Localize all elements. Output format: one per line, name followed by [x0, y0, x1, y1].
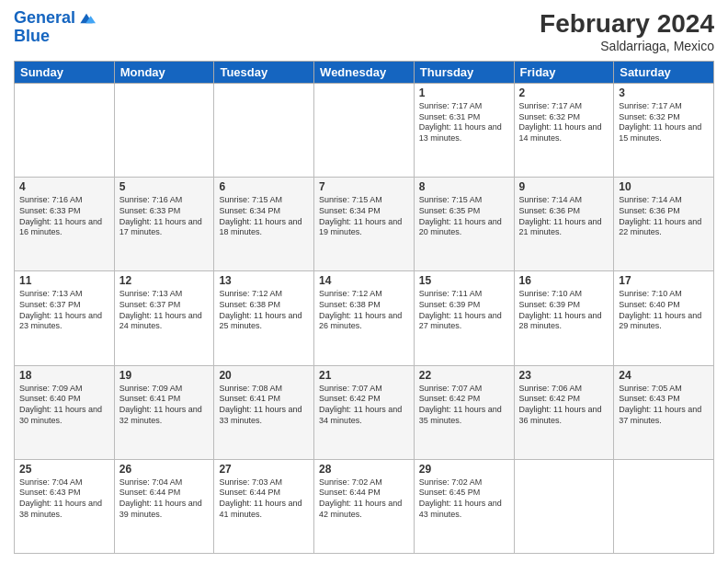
- table-row: 23Sunrise: 7:06 AM Sunset: 6:42 PM Dayli…: [514, 365, 614, 459]
- day-number: 9: [519, 180, 609, 193]
- cell-info: Sunrise: 7:15 AM Sunset: 6:34 PM Dayligh…: [319, 195, 409, 238]
- week-row-1: 4Sunrise: 7:16 AM Sunset: 6:33 PM Daylig…: [15, 178, 714, 271]
- cell-info: Sunrise: 7:16 AM Sunset: 6:33 PM Dayligh…: [19, 195, 109, 238]
- table-row: 29Sunrise: 7:02 AM Sunset: 6:45 PM Dayli…: [414, 459, 514, 553]
- day-number: 29: [419, 463, 509, 476]
- day-number: 2: [519, 86, 609, 99]
- table-row: [614, 459, 714, 553]
- cell-info: Sunrise: 7:10 AM Sunset: 6:40 PM Dayligh…: [619, 289, 709, 332]
- title-block: February 2024 Saldarriaga, Mexico: [540, 9, 714, 53]
- table-row: 1Sunrise: 7:17 AM Sunset: 6:31 PM Daylig…: [414, 84, 514, 178]
- cell-info: Sunrise: 7:03 AM Sunset: 6:44 PM Dayligh…: [219, 477, 309, 521]
- day-number: 10: [619, 180, 709, 193]
- table-row: 17Sunrise: 7:10 AM Sunset: 6:40 PM Dayli…: [614, 271, 714, 365]
- day-number: 4: [19, 180, 109, 193]
- table-row: 26Sunrise: 7:04 AM Sunset: 6:44 PM Dayli…: [114, 459, 214, 553]
- day-number: 15: [419, 274, 509, 287]
- table-row: 27Sunrise: 7:03 AM Sunset: 6:44 PM Dayli…: [214, 459, 314, 553]
- day-number: 23: [519, 369, 609, 382]
- cell-info: Sunrise: 7:02 AM Sunset: 6:45 PM Dayligh…: [419, 477, 509, 521]
- col-wednesday: Wednesday: [314, 62, 415, 84]
- cell-info: Sunrise: 7:12 AM Sunset: 6:38 PM Dayligh…: [219, 289, 309, 332]
- day-number: 5: [119, 180, 210, 193]
- cell-info: Sunrise: 7:04 AM Sunset: 6:43 PM Dayligh…: [19, 477, 109, 521]
- cell-info: Sunrise: 7:11 AM Sunset: 6:39 PM Dayligh…: [419, 289, 509, 332]
- table-row: [114, 84, 214, 178]
- day-number: 11: [19, 274, 109, 287]
- day-number: 27: [219, 463, 309, 476]
- col-tuesday: Tuesday: [214, 62, 314, 84]
- day-number: 3: [619, 86, 709, 99]
- logo: General Blue: [14, 9, 96, 44]
- cell-info: Sunrise: 7:14 AM Sunset: 6:36 PM Dayligh…: [619, 195, 709, 238]
- table-row: 3Sunrise: 7:17 AM Sunset: 6:32 PM Daylig…: [614, 84, 714, 178]
- table-row: 2Sunrise: 7:17 AM Sunset: 6:32 PM Daylig…: [514, 84, 614, 178]
- table-row: 14Sunrise: 7:12 AM Sunset: 6:38 PM Dayli…: [314, 271, 415, 365]
- calendar-header-row: Sunday Monday Tuesday Wednesday Thursday…: [15, 62, 714, 84]
- cell-info: Sunrise: 7:09 AM Sunset: 6:40 PM Dayligh…: [19, 384, 109, 427]
- table-row: 18Sunrise: 7:09 AM Sunset: 6:40 PM Dayli…: [15, 365, 115, 459]
- table-row: 10Sunrise: 7:14 AM Sunset: 6:36 PM Dayli…: [614, 178, 714, 271]
- col-thursday: Thursday: [414, 62, 514, 84]
- col-sunday: Sunday: [15, 62, 115, 84]
- cell-info: Sunrise: 7:02 AM Sunset: 6:44 PM Dayligh…: [319, 477, 409, 521]
- header: General Blue February 2024 Saldarriaga, …: [14, 9, 714, 53]
- logo-icon: [77, 9, 96, 28]
- cell-info: Sunrise: 7:04 AM Sunset: 6:44 PM Dayligh…: [119, 477, 210, 521]
- table-row: 6Sunrise: 7:15 AM Sunset: 6:34 PM Daylig…: [214, 178, 314, 271]
- cell-info: Sunrise: 7:05 AM Sunset: 6:43 PM Dayligh…: [619, 384, 709, 427]
- calendar: Sunday Monday Tuesday Wednesday Thursday…: [14, 61, 714, 554]
- day-number: 7: [319, 180, 409, 193]
- table-row: [314, 84, 415, 178]
- day-number: 12: [119, 274, 210, 287]
- table-row: 24Sunrise: 7:05 AM Sunset: 6:43 PM Dayli…: [614, 365, 714, 459]
- day-number: 18: [19, 369, 109, 382]
- day-number: 25: [19, 463, 109, 476]
- cell-info: Sunrise: 7:08 AM Sunset: 6:41 PM Dayligh…: [219, 384, 309, 427]
- table-row: 4Sunrise: 7:16 AM Sunset: 6:33 PM Daylig…: [15, 178, 115, 271]
- cell-info: Sunrise: 7:07 AM Sunset: 6:42 PM Dayligh…: [319, 384, 409, 427]
- day-number: 24: [619, 369, 709, 382]
- table-row: 19Sunrise: 7:09 AM Sunset: 6:41 PM Dayli…: [114, 365, 214, 459]
- day-number: 21: [319, 369, 409, 382]
- cell-info: Sunrise: 7:12 AM Sunset: 6:38 PM Dayligh…: [319, 289, 409, 332]
- table-row: 25Sunrise: 7:04 AM Sunset: 6:43 PM Dayli…: [15, 459, 115, 553]
- cell-info: Sunrise: 7:17 AM Sunset: 6:31 PM Dayligh…: [419, 101, 509, 144]
- day-number: 22: [419, 369, 509, 382]
- month-year: February 2024: [540, 9, 714, 39]
- col-monday: Monday: [114, 62, 214, 84]
- day-number: 6: [219, 180, 309, 193]
- cell-info: Sunrise: 7:17 AM Sunset: 6:32 PM Dayligh…: [619, 101, 709, 144]
- table-row: 16Sunrise: 7:10 AM Sunset: 6:39 PM Dayli…: [514, 271, 614, 365]
- table-row: [214, 84, 314, 178]
- table-row: 7Sunrise: 7:15 AM Sunset: 6:34 PM Daylig…: [314, 178, 415, 271]
- table-row: 13Sunrise: 7:12 AM Sunset: 6:38 PM Dayli…: [214, 271, 314, 365]
- cell-info: Sunrise: 7:14 AM Sunset: 6:36 PM Dayligh…: [519, 195, 609, 238]
- cell-info: Sunrise: 7:10 AM Sunset: 6:39 PM Dayligh…: [519, 289, 609, 332]
- location: Saldarriaga, Mexico: [540, 39, 714, 53]
- table-row: [514, 459, 614, 553]
- cell-info: Sunrise: 7:17 AM Sunset: 6:32 PM Dayligh…: [519, 101, 609, 144]
- day-number: 19: [119, 369, 210, 382]
- table-row: 5Sunrise: 7:16 AM Sunset: 6:33 PM Daylig…: [114, 178, 214, 271]
- cell-info: Sunrise: 7:06 AM Sunset: 6:42 PM Dayligh…: [519, 384, 609, 427]
- logo-blue: Blue: [14, 28, 96, 44]
- table-row: [15, 84, 115, 178]
- cell-info: Sunrise: 7:07 AM Sunset: 6:42 PM Dayligh…: [419, 384, 509, 427]
- cell-info: Sunrise: 7:13 AM Sunset: 6:37 PM Dayligh…: [19, 289, 109, 332]
- table-row: 22Sunrise: 7:07 AM Sunset: 6:42 PM Dayli…: [414, 365, 514, 459]
- day-number: 16: [519, 274, 609, 287]
- col-saturday: Saturday: [614, 62, 714, 84]
- day-number: 8: [419, 180, 509, 193]
- table-row: 28Sunrise: 7:02 AM Sunset: 6:44 PM Dayli…: [314, 459, 415, 553]
- day-number: 13: [219, 274, 309, 287]
- day-number: 17: [619, 274, 709, 287]
- cell-info: Sunrise: 7:15 AM Sunset: 6:34 PM Dayligh…: [219, 195, 309, 238]
- day-number: 26: [119, 463, 210, 476]
- cell-info: Sunrise: 7:15 AM Sunset: 6:35 PM Dayligh…: [419, 195, 509, 238]
- col-friday: Friday: [514, 62, 614, 84]
- table-row: 9Sunrise: 7:14 AM Sunset: 6:36 PM Daylig…: [514, 178, 614, 271]
- week-row-3: 18Sunrise: 7:09 AM Sunset: 6:40 PM Dayli…: [15, 365, 714, 459]
- cell-info: Sunrise: 7:16 AM Sunset: 6:33 PM Dayligh…: [119, 195, 210, 238]
- table-row: 11Sunrise: 7:13 AM Sunset: 6:37 PM Dayli…: [15, 271, 115, 365]
